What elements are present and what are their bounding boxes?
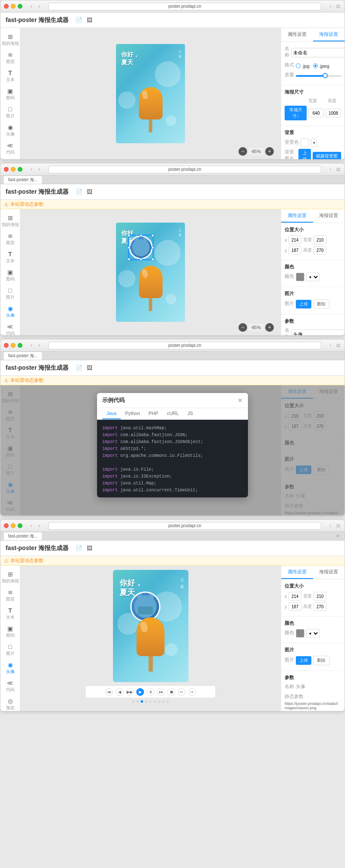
- sidebar-item-myposters[interactable]: ⊞ 我的海报: [1, 31, 20, 49]
- handle-tr-2[interactable]: [151, 234, 154, 237]
- jpg-radio-1[interactable]: [296, 63, 301, 68]
- share-icon[interactable]: ↑: [327, 3, 333, 9]
- sidebar-code-4[interactable]: ≪ 代码: [1, 678, 20, 695]
- close-button-2[interactable]: [4, 167, 9, 172]
- sidebar-code-2[interactable]: ≪ 代码: [1, 321, 20, 335]
- active-tab-4[interactable]: fast-poster 海...: [4, 532, 42, 540]
- minimize-button-3[interactable]: [11, 343, 16, 348]
- name-input-1[interactable]: [291, 48, 345, 57]
- height-input-1[interactable]: [326, 109, 341, 117]
- color-select-4[interactable]: ▾: [306, 629, 320, 638]
- playback-pause-4[interactable]: ⏸: [147, 688, 154, 696]
- bg-color-dropdown-1[interactable]: ▾: [311, 138, 317, 147]
- sidebar-item-image[interactable]: □ 图片: [1, 104, 20, 121]
- url-bar-2[interactable]: poster.prodapi.cn: [48, 166, 321, 173]
- sidebar-layers-4[interactable]: ≋ 图层: [1, 587, 20, 604]
- props-tab-attr-4[interactable]: 属性设置: [281, 566, 313, 579]
- img-delete-button-2[interactable]: 删除: [313, 299, 329, 309]
- img-upload-button-2[interactable]: 上传: [296, 300, 311, 308]
- sidebar-preview-4[interactable]: ◎ 预览: [1, 696, 20, 711]
- sidebar-avatar-4[interactable]: ◉ 头像: [1, 660, 20, 677]
- forward-button-3[interactable]: ›: [36, 343, 42, 349]
- playback-forward-4[interactable]: ↪: [188, 688, 196, 696]
- zoom-in-button-2[interactable]: +: [265, 323, 274, 332]
- bg-upload-button-1[interactable]: 上传: [298, 149, 311, 159]
- color-swatch-4[interactable]: [296, 629, 304, 638]
- img-delete-button-4[interactable]: 删除: [313, 656, 329, 665]
- poster-canvas-1[interactable]: 你好，夏天 立夏: [116, 44, 185, 143]
- jpeg-radio-1[interactable]: [313, 63, 318, 68]
- y-input-4[interactable]: [289, 602, 301, 611]
- minimize-button[interactable]: [11, 4, 16, 9]
- close-button-4[interactable]: [4, 523, 9, 528]
- playback-rewind-4[interactable]: ↩: [178, 688, 185, 696]
- url-bar[interactable]: poster.prodapi.cn: [48, 3, 321, 10]
- color-swatch-2[interactable]: [296, 273, 304, 281]
- save-icon-4[interactable]: 📄: [75, 545, 82, 552]
- modal-close-button-3[interactable]: ✕: [238, 397, 243, 404]
- handle-tl-2[interactable]: [128, 234, 130, 237]
- maximize-button-3[interactable]: [18, 343, 22, 348]
- dot-5-4[interactable]: [149, 700, 152, 703]
- handle-mr-2[interactable]: [151, 246, 154, 249]
- code-tab-js-3[interactable]: JS: [183, 408, 198, 419]
- handle-tc-2[interactable]: [140, 234, 142, 237]
- color-select-2[interactable]: ▾: [306, 273, 320, 281]
- sidebar-text-4[interactable]: T 文本: [1, 605, 20, 623]
- props-tab-poster-4[interactable]: 海报设置: [313, 566, 345, 579]
- playback-stop-4[interactable]: ⏹: [167, 688, 175, 696]
- props-tab-poster-1[interactable]: 海报设置: [313, 28, 345, 41]
- back-button[interactable]: ‹: [28, 3, 34, 9]
- sidebar-layers-2[interactable]: ≋ 图层: [1, 231, 20, 248]
- quality-thumb-1[interactable]: [323, 73, 328, 78]
- dot-3-4[interactable]: [141, 700, 143, 703]
- quality-slider-1[interactable]: [296, 75, 341, 77]
- save-icon-3[interactable]: 📄: [75, 365, 82, 371]
- poster-canvas-2[interactable]: 你好，夏天 立夏: [116, 223, 185, 322]
- sidebar-item-qrcode[interactable]: ▣ 图码: [1, 86, 20, 103]
- share-icon-2[interactable]: ↑: [327, 167, 333, 173]
- sidebar-item-layers[interactable]: ≋ 图层: [1, 50, 20, 67]
- close-tab-4[interactable]: ✕: [334, 533, 341, 539]
- dot-1-4[interactable]: [132, 700, 135, 703]
- param-name-input-2[interactable]: [291, 330, 345, 335]
- back-button-2[interactable]: ‹: [28, 167, 34, 173]
- h-input-4[interactable]: [314, 602, 326, 611]
- sidebar-myposters-2[interactable]: ⊞ 我的海报: [1, 213, 20, 230]
- ai-bg-button-1[interactable]: 赋颜背景图: [313, 152, 341, 159]
- zoom-out-button-1[interactable]: −: [238, 147, 247, 156]
- forward-button-2[interactable]: ›: [36, 167, 42, 173]
- playback-prev-4[interactable]: ◀: [116, 688, 123, 696]
- code-tab-php-3[interactable]: PHP: [144, 408, 163, 419]
- playback-next-4[interactable]: ▶▶: [126, 688, 134, 696]
- forward-button-4[interactable]: ›: [36, 523, 42, 529]
- export-icon[interactable]: 🖼: [86, 17, 93, 24]
- jpeg-option-1[interactable]: .jpeg: [313, 63, 329, 69]
- dot-9-4[interactable]: [166, 700, 169, 703]
- close-button-3[interactable]: [4, 343, 9, 348]
- close-button[interactable]: [4, 4, 9, 9]
- zoom-out-button-2[interactable]: −: [238, 323, 247, 332]
- active-tab-2[interactable]: fast-poster 海...: [4, 176, 42, 184]
- sidebar-qrcode-4[interactable]: ▣ 图码: [1, 623, 20, 641]
- save-icon-2[interactable]: 📄: [75, 189, 82, 195]
- active-tab-3[interactable]: fast-poster 海...: [4, 352, 42, 360]
- y-input-2[interactable]: [289, 246, 301, 255]
- playback-first-4[interactable]: ⏮: [105, 688, 113, 696]
- share-icon-3[interactable]: ↑: [327, 343, 333, 349]
- jpg-option-1[interactable]: .jpg: [296, 63, 310, 69]
- props-tab-attr-2[interactable]: 属性设置: [281, 209, 313, 223]
- sidebar-myposters-4[interactable]: ⊞ 我的海报: [1, 569, 20, 586]
- sidebar-item-text[interactable]: T 文本: [1, 68, 20, 85]
- dot-2-4[interactable]: [136, 700, 139, 703]
- minimize-button-4[interactable]: [11, 523, 16, 528]
- forward-button[interactable]: ›: [36, 3, 42, 9]
- props-tab-attributes-1[interactable]: 属性设置: [281, 28, 313, 41]
- url-bar-3[interactable]: poster.prodapi.cn: [48, 342, 321, 349]
- maximize-button-2[interactable]: [18, 167, 22, 172]
- code-tab-curl-3[interactable]: cURL: [163, 408, 183, 419]
- handle-ml-2[interactable]: [128, 246, 130, 249]
- dot-4-4[interactable]: [145, 700, 147, 703]
- sidebar-item-preview[interactable]: ◎ 预览: [1, 158, 20, 159]
- save-icon[interactable]: 📄: [75, 17, 82, 24]
